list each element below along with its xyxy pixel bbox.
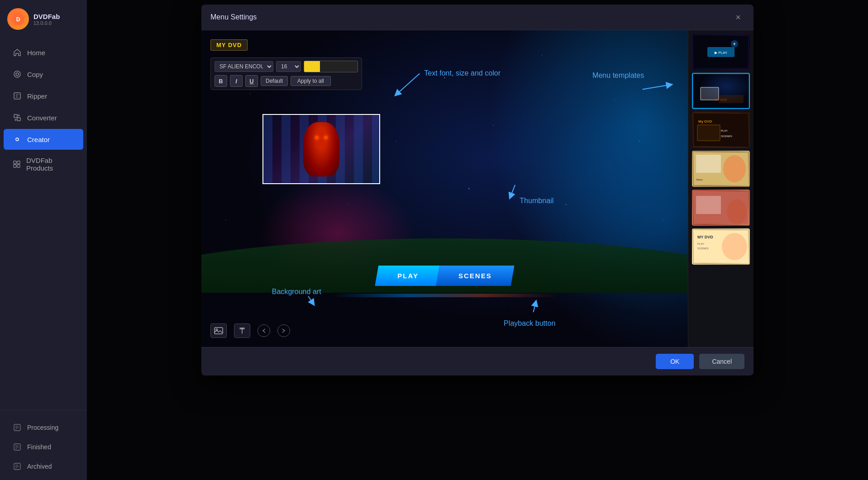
thumbnail-figure bbox=[303, 122, 339, 176]
template-3-inner: My DVD PLAY SCENES bbox=[693, 113, 749, 147]
sidebar-item-creator[interactable]: Creator bbox=[4, 129, 83, 150]
sidebar-item-finished[interactable]: Finished bbox=[4, 437, 83, 456]
video-thumbnail[interactable] bbox=[262, 114, 380, 184]
dvd-title-tab: MY DVD bbox=[210, 39, 248, 51]
template-3[interactable]: My DVD PLAY SCENES bbox=[692, 112, 750, 148]
svg-point-49 bbox=[722, 233, 747, 260]
template-4[interactable]: Ideas bbox=[692, 151, 750, 187]
playback-decoration bbox=[332, 294, 558, 297]
sidebar-item-ripper[interactable]: Ripper bbox=[4, 86, 83, 106]
template-6-inner: MY DVD PLAY SCENES bbox=[693, 229, 749, 264]
underline-button[interactable]: U bbox=[245, 75, 258, 87]
sidebar-item-converter[interactable]: Converter bbox=[4, 107, 83, 128]
sidebar-ripper-label: Ripper bbox=[27, 92, 47, 100]
font-row-2: B I U Default Apply to all bbox=[215, 75, 358, 87]
ok-button[interactable]: OK bbox=[656, 354, 694, 369]
svg-rect-10 bbox=[14, 161, 16, 164]
sidebar-copy-label: Copy bbox=[27, 71, 43, 78]
template-1[interactable]: ▶ PLAY bbox=[692, 34, 750, 70]
template-4-inner: Ideas bbox=[693, 152, 749, 186]
sidebar: D DVDFab 13.0.0.0 Home Copy bbox=[0, 0, 87, 480]
sidebar-item-copy[interactable]: Copy bbox=[4, 64, 83, 85]
svg-rect-6 bbox=[17, 118, 20, 121]
font-family-select[interactable]: SF ALIEN ENCOU bbox=[215, 61, 273, 72]
template-5-inner bbox=[693, 190, 749, 225]
font-size-select[interactable]: 16 bbox=[276, 61, 301, 72]
dvd-title-bar[interactable]: MY DVD bbox=[210, 39, 248, 51]
svg-text:▶ PLAY: ▶ PLAY bbox=[715, 51, 728, 55]
italic-button[interactable]: I bbox=[230, 75, 243, 87]
archived-icon bbox=[13, 462, 22, 471]
svg-rect-35 bbox=[697, 125, 720, 141]
svg-point-3 bbox=[16, 73, 19, 76]
converter-icon bbox=[13, 113, 22, 122]
default-button[interactable]: Default bbox=[261, 76, 288, 86]
sidebar-finished-label: Finished bbox=[27, 443, 51, 451]
scenes-button[interactable]: SCENES bbox=[436, 266, 515, 286]
prev-button[interactable] bbox=[258, 324, 270, 337]
svg-text:SCENES: SCENES bbox=[721, 135, 732, 138]
sidebar-creator-label: Creator bbox=[27, 136, 50, 143]
template-2[interactable]: MY DVD bbox=[692, 73, 750, 109]
svg-rect-17 bbox=[215, 328, 223, 334]
sidebar-item-processing[interactable]: Processing bbox=[4, 418, 83, 437]
modal-title: Menu Settings bbox=[210, 13, 257, 21]
template-6[interactable]: MY DVD PLAY SCENES bbox=[692, 228, 750, 265]
eye-left bbox=[315, 136, 319, 139]
font-controls-panel: SF ALIEN ENCOU 16 B I U bbox=[210, 57, 362, 90]
template-1-inner: ▶ PLAY bbox=[693, 35, 749, 69]
finished-icon bbox=[13, 442, 22, 451]
menu-canvas: MY DVD SF ALIEN ENCOU 16 bbox=[201, 30, 688, 347]
close-button[interactable]: × bbox=[732, 11, 744, 24]
playback-buttons: PLAY SCENES bbox=[375, 266, 514, 286]
template-5[interactable] bbox=[692, 190, 750, 226]
svg-point-44 bbox=[727, 199, 747, 224]
menu-settings-modal: Menu Settings × MY DVD bbox=[201, 5, 754, 375]
sidebar-converter-label: Converter bbox=[27, 114, 57, 122]
next-button[interactable] bbox=[277, 324, 290, 337]
cancel-button[interactable]: Cancel bbox=[699, 354, 744, 369]
sidebar-archived-label: Archived bbox=[27, 463, 52, 470]
svg-point-2 bbox=[14, 71, 20, 77]
color-picker[interactable] bbox=[304, 61, 358, 72]
sidebar-home-label: Home bbox=[27, 49, 45, 57]
sidebar-products-label: DVDFab Products bbox=[26, 157, 74, 172]
products-icon bbox=[13, 160, 21, 169]
font-row-1: SF ALIEN ENCOU 16 bbox=[215, 61, 358, 72]
bold-button[interactable]: B bbox=[215, 75, 227, 87]
modal-body: MY DVD SF ALIEN ENCOU 16 bbox=[201, 30, 754, 347]
templates-panel: ▶ PLAY bbox=[688, 30, 754, 347]
main-content: Menu Settings × MY DVD bbox=[87, 0, 868, 480]
svg-rect-32 bbox=[719, 95, 744, 103]
apply-all-button[interactable]: Apply to all bbox=[291, 76, 331, 86]
modal-overlay: Menu Settings × MY DVD bbox=[87, 0, 868, 480]
home-icon bbox=[13, 48, 22, 57]
app-name: DVDFab bbox=[33, 13, 60, 20]
sidebar-item-archived[interactable]: Archived bbox=[4, 457, 83, 476]
image-picker-button[interactable] bbox=[210, 323, 227, 338]
template-2-inner: MY DVD bbox=[693, 74, 749, 108]
svg-rect-12 bbox=[14, 165, 16, 167]
modal-header: Menu Settings × bbox=[201, 5, 754, 30]
logo-icon: D bbox=[7, 8, 29, 30]
svg-text:MY DVD: MY DVD bbox=[697, 235, 713, 239]
creator-icon bbox=[13, 135, 22, 144]
play-button[interactable]: PLAY bbox=[375, 266, 441, 286]
svg-rect-43 bbox=[696, 196, 721, 214]
sidebar-item-dvdfab-products[interactable]: DVDFab Products bbox=[4, 151, 83, 178]
eye-right bbox=[324, 136, 328, 139]
app-logo: D DVDFab 13.0.0.0 bbox=[0, 0, 87, 38]
svg-rect-5 bbox=[14, 114, 17, 118]
copy-icon bbox=[13, 70, 22, 79]
figure-eyes bbox=[315, 136, 328, 139]
sidebar-bottom-section: Processing Finished Archived bbox=[0, 410, 87, 480]
text-button[interactable] bbox=[234, 323, 250, 338]
svg-text:My DVD: My DVD bbox=[698, 119, 712, 124]
sidebar-nav: Home Copy Ripper bbox=[0, 38, 87, 410]
sidebar-processing-label: Processing bbox=[27, 424, 58, 431]
sidebar-item-home[interactable]: Home bbox=[4, 42, 83, 63]
logo-text: DVDFab 13.0.0.0 bbox=[33, 13, 60, 26]
ripper-icon bbox=[13, 91, 22, 100]
svg-text:Ideas: Ideas bbox=[696, 178, 703, 181]
canvas-toolbar bbox=[210, 323, 290, 338]
